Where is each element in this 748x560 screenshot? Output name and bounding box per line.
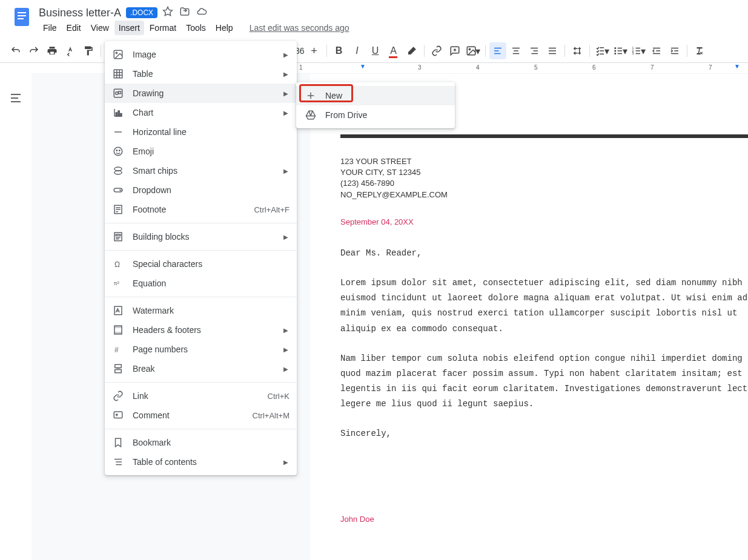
menu-item-label: Page numbers xyxy=(133,344,290,354)
ruler-tick: 7 xyxy=(650,64,654,71)
italic-button[interactable]: I xyxy=(349,42,366,59)
svg-point-19 xyxy=(615,48,616,49)
insert-menu-break[interactable]: Break▶ xyxy=(105,359,297,378)
break-icon xyxy=(112,363,124,375)
comment-icon xyxy=(112,409,124,421)
insert-menu-drawing[interactable]: Drawing▶ xyxy=(105,84,297,103)
image-icon xyxy=(112,48,124,61)
menu-file[interactable]: File xyxy=(39,21,61,35)
menu-view[interactable]: View xyxy=(87,21,113,35)
align-center-button[interactable] xyxy=(508,42,525,59)
ruler-tick: 4 xyxy=(476,64,480,71)
menu-item-label: Bookmark xyxy=(133,438,290,447)
insert-menu-smart-chips[interactable]: Smart chips▶ xyxy=(105,161,297,180)
salutation: Dear Ms. Reader, xyxy=(340,246,748,261)
svg-point-60 xyxy=(114,171,122,174)
menu-insert[interactable]: Insert xyxy=(114,21,144,35)
page[interactable]: MPANY 123 YOUR STREET YOUR CITY, ST 1234… xyxy=(310,74,748,560)
insert-menu-page-numbers[interactable]: #Page numbers▶ xyxy=(105,340,297,359)
address-block: 123 YOUR STREET YOUR CITY, ST 12345 (123… xyxy=(340,156,748,200)
submenu-from-drive[interactable]: From Drive xyxy=(296,105,455,125)
menu-item-label: Special characters xyxy=(133,259,290,269)
insert-menu-table[interactable]: Table▶ xyxy=(105,64,297,84)
insert-menu-link[interactable]: LinkCtrl+K xyxy=(105,386,297,406)
menu-format[interactable]: Format xyxy=(145,21,180,35)
indent-increase-button[interactable] xyxy=(666,42,683,59)
spellcheck-button[interactable] xyxy=(62,42,79,59)
insert-menu-bookmark[interactable]: Bookmark xyxy=(105,433,297,452)
footnote-icon xyxy=(112,203,124,216)
print-button[interactable] xyxy=(44,42,61,59)
menu-item-label: Comment xyxy=(133,410,253,420)
cloud-icon[interactable] xyxy=(196,6,207,19)
align-right-button[interactable] xyxy=(526,42,543,59)
insert-menu-equation[interactable]: π²Equation xyxy=(105,274,297,293)
insert-image-button[interactable]: ▾ xyxy=(465,42,482,59)
insert-menu-special-characters[interactable]: ΩSpecial characters xyxy=(105,254,297,274)
menu-tools[interactable]: Tools xyxy=(182,21,210,35)
svg-rect-0 xyxy=(15,8,29,26)
bullet-list-button[interactable]: ▾ xyxy=(612,42,629,59)
menu-separator xyxy=(105,429,297,429)
last-edit[interactable]: Last edit was seconds ago xyxy=(250,23,349,33)
redo-button[interactable] xyxy=(25,42,42,59)
insert-menu-headers-footers[interactable]: Headers & footers▶ xyxy=(105,320,297,340)
svg-rect-78 xyxy=(115,370,122,373)
underline-button[interactable]: U xyxy=(367,42,384,59)
ruler-indent-marker[interactable]: ▼ xyxy=(360,63,366,70)
docs-logo[interactable] xyxy=(10,5,34,29)
svg-rect-52 xyxy=(116,113,117,116)
emoji-icon xyxy=(112,145,124,157)
menu-item-label: Dropdown xyxy=(133,185,290,195)
indent-decrease-button[interactable] xyxy=(648,42,665,59)
add-comment-button[interactable] xyxy=(446,42,463,59)
insert-menu-image[interactable]: Image▶ xyxy=(105,45,297,64)
insert-menu-dropdown[interactable]: Dropdown xyxy=(105,180,297,200)
text-color-button[interactable]: A xyxy=(385,42,402,59)
addr-line: NO_REPLY@EXAMPLE.COM xyxy=(340,189,748,200)
clear-format-button[interactable] xyxy=(691,42,708,59)
bold-button[interactable]: B xyxy=(331,42,348,59)
svg-point-59 xyxy=(114,167,122,171)
ruler-right-marker[interactable]: ▼ xyxy=(734,63,740,70)
insert-menu-emoji[interactable]: Emoji xyxy=(105,142,297,161)
line-spacing-button[interactable] xyxy=(569,42,586,59)
svg-point-6 xyxy=(469,48,470,50)
insert-link-button[interactable] xyxy=(428,42,445,59)
font-size-plus[interactable]: + xyxy=(306,42,323,59)
doc-title[interactable]: Business letter-A xyxy=(39,7,121,19)
menu-help[interactable]: Help xyxy=(211,21,237,35)
insert-menu-footnote[interactable]: FootnoteCtrl+Alt+F xyxy=(105,200,297,219)
svg-rect-66 xyxy=(114,232,122,241)
insert-menu-table-of-contents[interactable]: Table of contents▶ xyxy=(105,452,297,472)
insert-menu-horizontal-line[interactable]: Horizontal line xyxy=(105,122,297,142)
highlight-button[interactable] xyxy=(403,42,420,59)
submenu-arrow-icon: ▶ xyxy=(283,51,288,58)
blocks-icon xyxy=(112,231,124,243)
svg-point-23 xyxy=(615,53,616,54)
addr-line: (123) 456-7890 xyxy=(340,178,748,189)
align-left-button[interactable] xyxy=(489,42,506,59)
insert-menu-building-blocks[interactable]: Building blocks▶ xyxy=(105,227,297,246)
submenu-label: New xyxy=(325,91,342,100)
insert-menu-comment[interactable]: CommentCtrl+Alt+M xyxy=(105,406,297,425)
svg-rect-53 xyxy=(118,111,119,116)
submenu-arrow-icon: ▶ xyxy=(283,234,288,240)
undo-button[interactable] xyxy=(7,42,24,59)
submenu-new[interactable]: New xyxy=(296,86,455,105)
move-icon[interactable] xyxy=(179,6,190,19)
insert-menu-watermark[interactable]: Watermark xyxy=(105,301,297,320)
numbered-list-button[interactable]: 123▾ xyxy=(630,42,647,59)
menu-item-label: Footnote xyxy=(133,205,254,214)
svg-text:3: 3 xyxy=(632,51,634,55)
equation-icon: π² xyxy=(112,277,124,289)
paint-format-button[interactable] xyxy=(80,42,97,59)
submenu-arrow-icon: ▶ xyxy=(283,327,288,334)
star-icon[interactable] xyxy=(162,6,173,19)
align-justify-button[interactable] xyxy=(544,42,561,59)
insert-menu: Image▶Table▶Drawing▶Chart▶Horizontal lin… xyxy=(105,41,297,475)
checklist-button[interactable]: ▾ xyxy=(594,42,611,59)
insert-menu-chart[interactable]: Chart▶ xyxy=(105,103,297,122)
outline-button[interactable] xyxy=(8,91,23,105)
menu-edit[interactable]: Edit xyxy=(62,21,85,35)
